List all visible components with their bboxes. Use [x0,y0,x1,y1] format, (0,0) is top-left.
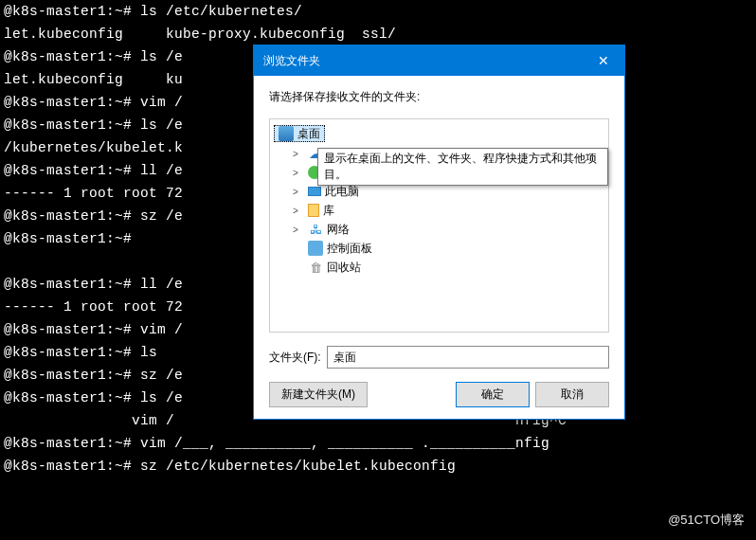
tree-item-label: 回收站 [327,260,361,276]
library-icon [308,204,319,217]
chevron-right-icon[interactable]: > [293,187,304,197]
ok-button[interactable]: 确定 [456,382,530,407]
dialog-body: 请选择保存接收文件的文件夹: 桌面 > ☁ OneDrive > a > [254,76,624,419]
folder-name-row: 文件夹(F): [269,346,609,369]
pc-icon [308,187,321,196]
chevron-right-icon[interactable]: > [293,225,304,235]
folder-tree[interactable]: 桌面 > ☁ OneDrive > a > 此电脑 [269,118,609,333]
dialog-buttons: 新建文件夹(M) 确定 取消 [269,382,609,407]
tree-item-network[interactable]: > 🖧 网络 [291,220,604,239]
tree-item-label: 网络 [327,222,350,238]
tree-item-recycle-bin[interactable]: 🗑 回收站 [291,258,604,277]
tooltip: 显示在桌面上的文件、文件夹、程序快捷方式和其他项目。 [317,148,608,186]
chevron-right-icon[interactable]: > [293,149,304,159]
close-icon[interactable]: ✕ [583,45,624,76]
dialog-title: 浏览文件夹 [263,53,320,69]
folder-name-input[interactable] [327,346,609,369]
instruction-text: 请选择保存接收文件的文件夹: [269,89,609,105]
tree-root-label: 桌面 [297,126,320,142]
control-panel-icon [308,241,323,256]
chevron-right-icon[interactable]: > [293,168,304,178]
recycle-bin-icon: 🗑 [308,260,323,275]
folder-label: 文件夹(F): [269,350,321,366]
watermark: @51CTO博客 [668,512,745,529]
tree-item-libraries[interactable]: > 库 [291,201,604,220]
tree-item-label: 控制面板 [327,241,372,257]
network-icon: 🖧 [308,222,323,237]
tree-item-label: 此电脑 [325,184,359,200]
new-folder-button[interactable]: 新建文件夹(M) [269,382,368,407]
tree-item-label: 库 [323,203,334,219]
tree-root-desktop[interactable]: 桌面 [274,125,325,142]
browse-folder-dialog: 浏览文件夹 ✕ 请选择保存接收文件的文件夹: 桌面 > ☁ OneDrive >… [253,45,625,420]
cancel-button[interactable]: 取消 [535,382,609,407]
chevron-right-icon[interactable]: > [293,206,304,216]
dialog-titlebar: 浏览文件夹 ✕ [254,45,624,76]
tree-item-control-panel[interactable]: 控制面板 [291,239,604,258]
desktop-icon [279,126,294,141]
